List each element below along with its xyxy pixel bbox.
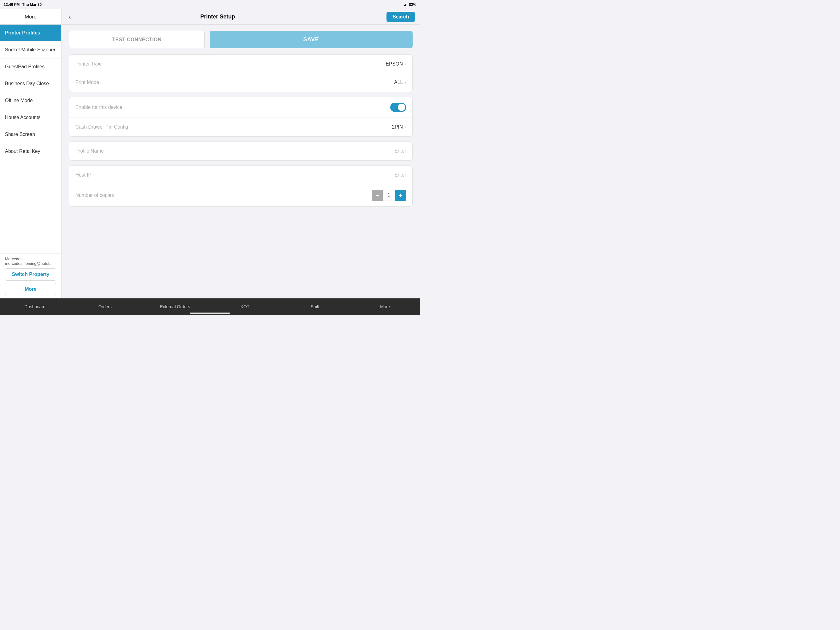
sidebar-item-guestpad-profiles[interactable]: GuestPad Profiles: [0, 59, 61, 75]
printer-type-value: EPSON ›: [385, 61, 406, 67]
sidebar-item-printer-profiles[interactable]: Printer Profiles: [0, 25, 61, 41]
time-display: 12:46 PM: [4, 2, 20, 7]
copies-row: Number of copies − 1 +: [69, 184, 412, 206]
cash-drawer-value: 2PIN ›: [392, 124, 406, 130]
sidebar-item-socket-mobile-scanner[interactable]: Socket Mobile Scanner: [0, 41, 61, 59]
back-button[interactable]: ‹: [66, 12, 74, 22]
host-ip-row[interactable]: Host IP Enter: [69, 166, 412, 184]
cash-drawer-row[interactable]: Cash Drawer Pin Config 2PIN ›: [69, 118, 412, 136]
nav-item-dashboard[interactable]: Dashboard: [0, 298, 70, 315]
toggle-knob: [398, 104, 405, 111]
nav-item-shift[interactable]: Shift: [280, 298, 350, 315]
enable-device-toggle[interactable]: [390, 103, 406, 112]
wifi-icon: ▲: [403, 2, 407, 7]
sidebar-item-about-retailkey[interactable]: About RetailKey: [0, 143, 61, 160]
copies-label: Number of copies: [75, 193, 372, 198]
sidebar: More Printer Profiles Socket Mobile Scan…: [0, 9, 62, 298]
print-mode-label: Print Mode: [75, 80, 394, 85]
sidebar-header-title: More: [25, 14, 36, 20]
home-indicator: [190, 313, 230, 314]
app-container: More Printer Profiles Socket Mobile Scan…: [0, 9, 420, 298]
copies-increment-button[interactable]: +: [395, 190, 406, 201]
sidebar-header: More: [0, 9, 61, 25]
test-connection-button[interactable]: TEST CONNECTION: [69, 31, 205, 48]
profile-name-label: Profile Name: [75, 148, 395, 154]
page-title: Printer Setup: [78, 14, 357, 20]
content-area: TEST CONNECTION SAVE Printer Type EPSON …: [62, 25, 420, 298]
form-section-type-mode: Printer Type EPSON › Print Mode ALL ›: [69, 54, 413, 92]
sidebar-item-offline-mode[interactable]: Offline Mode: [0, 92, 61, 109]
status-bar: 12:46 PM Thu Mar 30 ▲ 82%: [0, 0, 420, 9]
main-header: ‹ Printer Setup Search: [62, 9, 420, 25]
nav-item-more[interactable]: More: [350, 298, 420, 315]
copies-value: 1: [383, 190, 395, 201]
save-button[interactable]: SAVE: [210, 31, 413, 48]
enable-device-label: Enable for this device: [75, 104, 390, 110]
host-ip-label: Host IP: [75, 172, 395, 178]
profile-name-row[interactable]: Profile Name Enter: [69, 142, 412, 160]
form-section-device-config: Enable for this device Cash Drawer Pin C…: [69, 97, 413, 136]
cash-drawer-label: Cash Drawer Pin Config: [75, 124, 392, 130]
switch-property-button[interactable]: Switch Property: [5, 268, 56, 280]
profile-name-placeholder: Enter: [395, 148, 406, 154]
sidebar-item-house-accounts[interactable]: House Accounts: [0, 109, 61, 126]
date-display: Thu Mar 30: [22, 2, 41, 7]
host-ip-placeholder: Enter: [395, 172, 406, 178]
search-button[interactable]: Search: [387, 12, 415, 22]
enable-device-row: Enable for this device: [69, 97, 412, 118]
sidebar-user: Mercedes - mercedes.fleming@hotel...: [5, 256, 56, 266]
cash-drawer-chevron: ›: [405, 125, 406, 130]
bottom-nav: Dashboard Orders External Orders KOT Shi…: [0, 298, 420, 315]
print-mode-chevron: ›: [405, 80, 406, 85]
main-content: ‹ Printer Setup Search TEST CONNECTION S…: [62, 9, 420, 298]
form-section-host-copies: Host IP Enter Number of copies − 1 +: [69, 166, 413, 207]
sidebar-item-business-day-close[interactable]: Business Day Close: [0, 75, 61, 92]
printer-type-chevron: ›: [405, 62, 406, 66]
sidebar-items: Printer Profiles Socket Mobile Scanner G…: [0, 25, 61, 253]
sidebar-item-share-screen[interactable]: Share Screen: [0, 126, 61, 143]
printer-type-row[interactable]: Printer Type EPSON ›: [69, 55, 412, 73]
print-mode-row[interactable]: Print Mode ALL ›: [69, 73, 412, 92]
sidebar-more-button[interactable]: More: [5, 283, 56, 295]
battery-display: 82%: [409, 2, 416, 7]
action-row: TEST CONNECTION SAVE: [69, 31, 413, 48]
form-section-profile-name: Profile Name Enter: [69, 141, 413, 161]
printer-type-label: Printer Type: [75, 61, 385, 67]
nav-item-orders[interactable]: Orders: [70, 298, 140, 315]
print-mode-value: ALL ›: [394, 80, 406, 85]
sidebar-footer: Mercedes - mercedes.fleming@hotel... Swi…: [0, 253, 61, 298]
copies-stepper: − 1 +: [372, 190, 406, 201]
copies-decrement-button[interactable]: −: [372, 190, 383, 201]
